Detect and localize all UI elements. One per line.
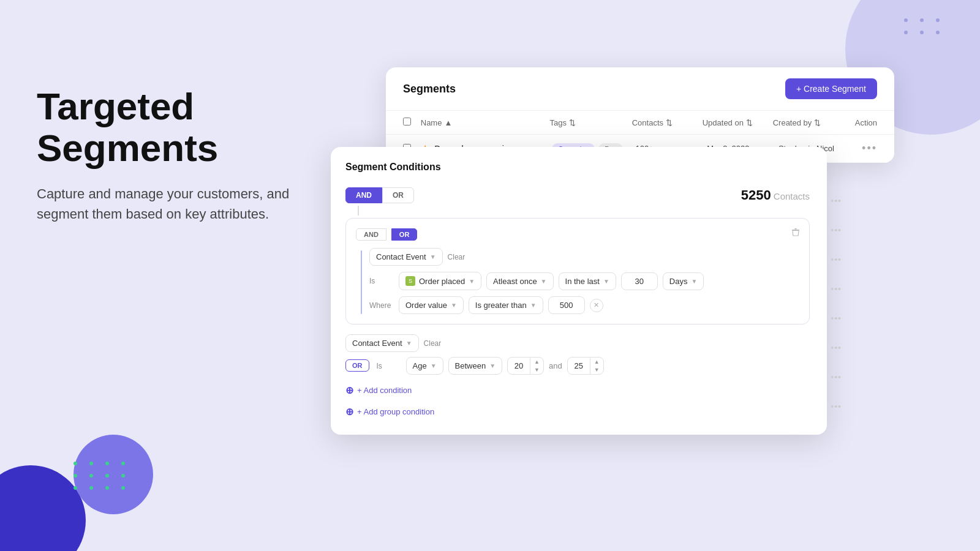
is-label: Is (369, 277, 394, 285)
dots-menu-2[interactable]: ••• (831, 225, 842, 235)
svg-rect-1 (794, 228, 797, 230)
top-and-button[interactable]: AND (345, 187, 382, 203)
frequency-select[interactable]: Atleast once ▼ (486, 272, 553, 290)
bg-dots-top-right (904, 18, 943, 34)
condition-left-line (361, 250, 362, 314)
group-block-1: AND OR Contact Event ▼ Clear Is (345, 218, 810, 324)
group-and-button[interactable]: AND (356, 228, 386, 241)
add-condition-button[interactable]: ⊕ + Add condition (345, 382, 412, 399)
column-header-tags: Tags ⇅ (550, 118, 632, 127)
column-header-updated: Updated on ⇅ (703, 118, 773, 127)
age-value2: 25 (568, 358, 590, 374)
days-input[interactable] (621, 272, 658, 290)
age-value2-stepper: 25 ▲ ▼ (567, 357, 604, 375)
period-select[interactable]: In the last ▼ (559, 272, 616, 290)
or-group-wrapper: OR Is Age ▼ Between ▼ 20 ▲ ▼ (345, 357, 810, 375)
where-operator-select[interactable]: Is greater than ▼ (469, 296, 543, 314)
add-condition-plus-icon: ⊕ (345, 384, 353, 396)
or-is-label: Is (377, 362, 401, 370)
contact-event-select-2[interactable]: Contact Event ▼ (345, 334, 419, 352)
bg-decoration-circle-bottom-left (0, 465, 86, 551)
conditions-panel: Segment Conditions AND OR 5250Contacts A… (331, 147, 827, 435)
row-action-menu[interactable]: ••• (862, 142, 877, 155)
left-panel: Targeted Segments Capture and manage you… (37, 86, 312, 224)
dots-menu-3[interactable]: ••• (831, 255, 842, 264)
dots-menu-8[interactable]: ••• (831, 402, 842, 411)
clear-link-2[interactable]: Clear (424, 339, 442, 348)
column-header-created: Created by ⇅ (773, 118, 855, 127)
bg-dots-bottom-left (74, 462, 129, 490)
column-header-contacts: Contacts ⇅ (632, 118, 703, 127)
column-header-action: Action (855, 118, 877, 127)
contact-event-select-1[interactable]: Contact Event ▼ (369, 248, 443, 266)
age-value1: 20 (508, 358, 530, 374)
age-value1-stepper: 20 ▲ ▼ (507, 357, 544, 375)
dots-menu-5[interactable]: ••• (831, 313, 842, 323)
group-or-button[interactable]: OR (391, 228, 418, 241)
age-value1-up[interactable]: ▲ (530, 358, 543, 366)
contact-event-row-1: Contact Event ▼ Clear (369, 248, 799, 266)
age-value2-up[interactable]: ▲ (590, 358, 603, 366)
where-row: Where Order value ▼ Is greater than ▼ ✕ (369, 296, 799, 314)
or-condition-row: Is Age ▼ Between ▼ 20 ▲ ▼ and (377, 357, 604, 375)
group-toggle-row-1: AND OR (356, 228, 799, 241)
group-2-section: Contact Event ▼ Clear OR Is Age ▼ Betwee… (345, 334, 810, 375)
shopify-icon: S (405, 276, 415, 286)
segments-title: Segments (403, 83, 456, 96)
conditions-title: Segment Conditions (345, 162, 441, 173)
clear-where-button[interactable]: ✕ (590, 299, 603, 312)
contact-event-row-2: Contact Event ▼ Clear (345, 334, 810, 352)
delete-group-button[interactable] (791, 227, 801, 239)
column-header-name: Name ▲ (421, 118, 550, 127)
right-side-dots: ••• ••• ••• ••• ••• ••• ••• ••• (831, 196, 842, 411)
or-badge: OR (345, 359, 369, 372)
condition-toggle-row: Segment Conditions (345, 162, 810, 182)
create-segment-button[interactable]: + Create Segment (785, 78, 877, 99)
and-label: and (549, 361, 562, 370)
age-value2-down[interactable]: ▼ (590, 366, 603, 374)
event-type-select[interactable]: S Order placed ▼ (399, 272, 481, 290)
age-value1-down[interactable]: ▼ (530, 366, 543, 374)
add-group-condition-button[interactable]: ⊕ + Add group condition (345, 403, 434, 420)
where-value-input[interactable] (548, 296, 585, 314)
page-title: Targeted Segments (37, 86, 312, 169)
vertical-line-top (358, 206, 359, 216)
where-field-select[interactable]: Order value ▼ (399, 296, 464, 314)
order-condition-row: Is S Order placed ▼ Atleast once ▼ In th… (369, 272, 799, 290)
dots-menu-4[interactable]: ••• (831, 284, 842, 294)
table-header: Name ▲ Tags ⇅ Contacts ⇅ Updated on ⇅ Cr… (386, 111, 894, 135)
condition-left-wrapper: Contact Event ▼ Clear Is S Order placed … (356, 248, 799, 314)
contacts-count: 5250Contacts (741, 187, 810, 203)
condition-rows: Contact Event ▼ Clear Is S Order placed … (369, 248, 799, 314)
where-label: Where (369, 301, 394, 310)
top-toggle-group: AND OR (345, 187, 414, 203)
days-unit-select[interactable]: Days ▼ (663, 272, 704, 290)
dots-menu-1[interactable]: ••• (831, 196, 842, 206)
dots-menu-6[interactable]: ••• (831, 343, 842, 353)
age-field-select[interactable]: Age ▼ (406, 357, 443, 375)
select-all-checkbox[interactable] (403, 118, 411, 126)
segments-header: Segments + Create Segment (386, 67, 894, 111)
between-operator-select[interactable]: Between ▼ (448, 357, 503, 375)
dots-menu-7[interactable]: ••• (831, 372, 842, 382)
page-description: Capture and manage your customers, and s… (37, 184, 312, 224)
clear-link-1[interactable]: Clear (448, 253, 466, 261)
top-or-button[interactable]: OR (382, 187, 414, 203)
add-group-plus-icon: ⊕ (345, 406, 353, 418)
